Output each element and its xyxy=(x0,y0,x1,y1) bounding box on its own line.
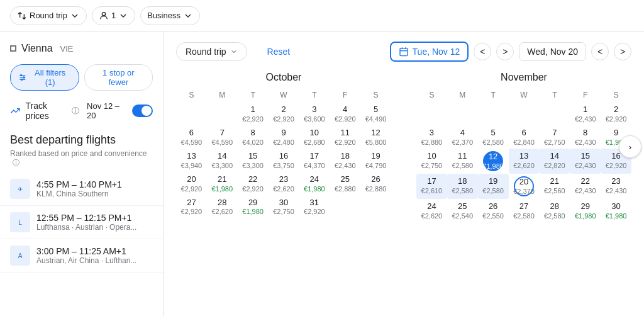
trip-type-button[interactable]: Round trip xyxy=(10,6,87,25)
day-inner: 15€2,430 xyxy=(571,151,599,169)
day-price: €4,590 xyxy=(211,138,233,146)
calendar-day[interactable]: 9€2,480 xyxy=(269,125,299,149)
flight-item[interactable]: ✈ 4:55 PM – 1:40 PM+1 KLM, China Souther… xyxy=(0,172,163,206)
calendar-day[interactable]: 6€4,590 xyxy=(176,125,207,149)
calendar-day[interactable]: 26€2,880 xyxy=(360,172,391,195)
calendar-day[interactable]: 15€3,300 xyxy=(238,149,269,172)
end-date-prev[interactable]: < xyxy=(591,43,609,60)
calendar-day[interactable]: 14€3,300 xyxy=(207,149,238,172)
calendar-day[interactable]: 19€4,790 xyxy=(360,149,391,172)
calendar-day[interactable]: 7€2,750 xyxy=(539,125,570,149)
start-date-button[interactable]: Tue, Nov 12 xyxy=(390,42,469,62)
calendar-day[interactable]: 4€2,370 xyxy=(447,125,478,149)
calendar-day[interactable]: 1€2,430 xyxy=(570,102,601,125)
calendar-day[interactable]: 28€2,580 xyxy=(539,199,570,222)
calendar-day[interactable]: 15€2,430 xyxy=(570,149,601,174)
svg-point-5 xyxy=(23,77,25,78)
calendar-day[interactable]: 3€2,880 xyxy=(416,125,447,149)
calendar-day[interactable]: 30€2,750 xyxy=(269,195,299,218)
calendar-day[interactable]: 12€1,980 xyxy=(478,149,509,174)
calendar-day[interactable]: 25€2,880 xyxy=(330,172,360,195)
calendar-day[interactable]: 24€2,620 xyxy=(416,199,447,222)
calendar-day[interactable]: 5€2,580 xyxy=(478,125,509,149)
calendar-day[interactable]: 22€2,430 xyxy=(570,174,601,199)
stops-filter-button[interactable]: 1 stop or fewer xyxy=(84,64,153,91)
calendar-day[interactable]: 26€2,550 xyxy=(478,199,509,222)
day-inner: 19€2,580 xyxy=(479,176,508,195)
calendar-day[interactable]: 27€2,920 xyxy=(176,195,207,218)
calendar-day[interactable]: 11€2,920 xyxy=(330,125,360,149)
calendar-day[interactable]: 17€2,610 xyxy=(416,174,447,199)
calendar-day[interactable]: 23€2,430 xyxy=(601,174,631,199)
calendar-day[interactable]: 25€2,540 xyxy=(447,199,478,222)
calendar-day[interactable]: 8€4,020 xyxy=(238,125,269,149)
calendar-day[interactable]: 16€3,750 xyxy=(269,149,299,172)
day-number: 1 xyxy=(251,104,255,115)
calendar-day[interactable]: 29€1,980 xyxy=(238,195,269,218)
all-filters-button[interactable]: All filters (1) xyxy=(10,64,79,91)
calendar-day[interactable]: 18€2,430 xyxy=(330,149,360,172)
end-date-next[interactable]: > xyxy=(614,43,631,60)
calendar-day[interactable]: 3€3,600 xyxy=(299,102,330,125)
stops-filter-label: 1 stop or fewer xyxy=(92,68,145,87)
calendar-day[interactable]: 31€2,920 xyxy=(299,195,330,218)
calendar-day[interactable]: 12€5,800 xyxy=(360,125,391,149)
day-price: €3,300 xyxy=(242,162,264,169)
calendar-day[interactable]: 5€4,490 xyxy=(360,102,391,125)
calendar-day[interactable]: 13€2,620 xyxy=(509,149,540,174)
calendar-day[interactable]: 10€2,750 xyxy=(416,149,447,174)
calendar-day[interactable]: 13€3,940 xyxy=(176,149,207,172)
calendar-day[interactable]: 21€2,560 xyxy=(539,174,570,199)
day-number: 23 xyxy=(279,174,288,185)
calendar-day[interactable]: 18€2,580 xyxy=(447,174,478,199)
calendar-next-button[interactable]: › xyxy=(619,135,641,158)
calendar-day[interactable]: 24€1,980 xyxy=(299,172,330,195)
calendar-day[interactable]: 27€2,580 xyxy=(509,199,540,222)
day-number: 25 xyxy=(458,201,467,212)
calendar-day[interactable]: 6€2,840 xyxy=(509,125,540,149)
calendar-day[interactable]: 29€1,980 xyxy=(570,199,601,222)
calendar-day[interactable]: 21€1,980 xyxy=(207,172,238,195)
flight-item[interactable]: A 3:00 PM – 11:25 AM+1 Austrian, Air Chi… xyxy=(0,239,163,273)
day-number: 15 xyxy=(248,151,257,162)
end-date-button[interactable]: Wed, Nov 20 xyxy=(519,42,586,61)
calendar-day[interactable]: 22€2,920 xyxy=(238,172,269,195)
day-inner: 8€2,430 xyxy=(571,128,599,146)
passengers-button[interactable]: 1 xyxy=(92,6,135,25)
day-inner: 5€2,580 xyxy=(479,128,508,146)
calendar-day[interactable]: 30€1,980 xyxy=(601,199,631,222)
calendar-day[interactable]: 10€2,680 xyxy=(299,125,330,149)
day-inner: 4€2,370 xyxy=(448,128,477,146)
cabin-button[interactable]: Business xyxy=(140,6,200,25)
calendar-day[interactable]: 4€2,920 xyxy=(330,102,360,125)
start-date-prev[interactable]: < xyxy=(474,43,491,60)
calendar-trip-type[interactable]: Round trip xyxy=(176,42,247,61)
calendar-day[interactable]: 23€2,620 xyxy=(269,172,299,195)
day-inner: 18€2,580 xyxy=(448,176,477,195)
day-price: €1,980 xyxy=(606,212,627,220)
chevron-down-icon2 xyxy=(118,11,128,21)
calendar-day[interactable]: 28€2,620 xyxy=(207,195,238,218)
calendar-day[interactable]: 11€2,580 xyxy=(447,149,478,174)
calendar-day[interactable]: 14€2,820 xyxy=(539,149,570,174)
calendar-day[interactable]: 8€2,430 xyxy=(570,125,601,149)
calendar-day[interactable]: 2€2,920 xyxy=(601,102,631,125)
calendar-day[interactable]: 1€2,920 xyxy=(238,102,269,125)
calendar-day[interactable]: 20€2,370 xyxy=(509,174,540,199)
start-date-next[interactable]: > xyxy=(496,43,514,60)
day-of-week: W xyxy=(509,88,540,102)
calendar-day[interactable]: 17€4,370 xyxy=(299,149,330,172)
track-prices-toggle[interactable] xyxy=(132,104,153,117)
day-price: €2,920 xyxy=(181,185,203,193)
day-price: €3,300 xyxy=(211,162,233,169)
calendar-day[interactable]: 20€2,920 xyxy=(176,172,207,195)
calendar-day[interactable]: 19€2,580 xyxy=(478,174,509,199)
day-inner: 13€3,940 xyxy=(177,151,206,169)
empty-cell xyxy=(207,102,238,125)
flight-item[interactable]: L 12:55 PM – 12:15 PM+1 Lufthansa · Aust… xyxy=(0,206,163,239)
calendar-day[interactable]: 2€2,920 xyxy=(269,102,299,125)
day-number: 6 xyxy=(189,128,194,138)
swap-icon xyxy=(17,11,27,21)
reset-button[interactable]: Reset xyxy=(267,47,291,57)
calendar-day[interactable]: 7€4,590 xyxy=(207,125,238,149)
